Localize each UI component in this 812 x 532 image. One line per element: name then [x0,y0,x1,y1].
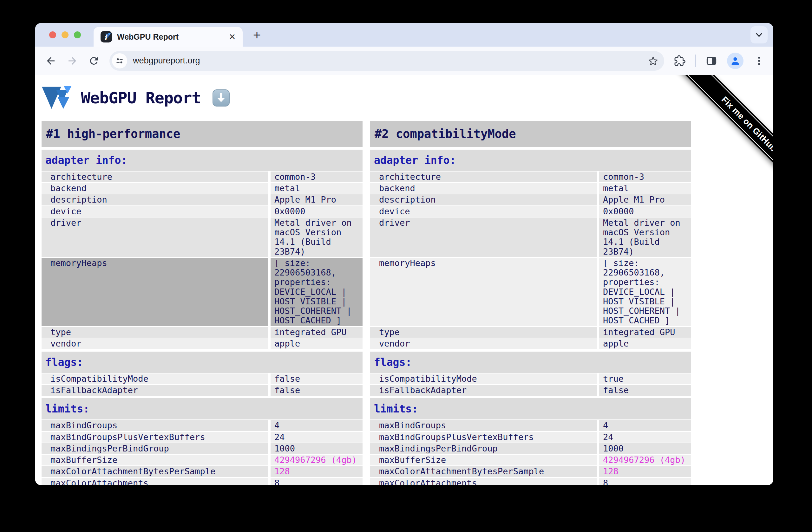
forward-arrow-icon [67,55,78,66]
address-bar[interactable]: webgpureport.org [110,51,664,71]
section-header: limits: [370,398,691,419]
row-key: maxBufferSize [42,455,269,466]
table-row[interactable]: backendmetal [42,183,363,194]
url-text: webgpureport.org [133,56,642,65]
table-row[interactable]: maxBindGroups4 [370,420,691,431]
row-key: maxBindingsPerBindGroup [42,443,269,454]
forward-button[interactable] [66,55,78,67]
row-value: 128 [599,466,691,477]
row-value: Metal driver on macOS Version 14.1 (Buil… [599,218,691,257]
row-key: device [370,206,597,217]
table-row[interactable]: driverMetal driver on macOS Version 14.1… [42,218,363,257]
table-row[interactable]: maxBindGroups4 [42,420,363,431]
kebab-menu-icon [754,56,765,66]
row-key: backend [42,183,269,194]
row-value: 4 [271,420,363,431]
browser-menu-button[interactable] [753,55,765,67]
bookmark-star-icon[interactable] [648,56,658,66]
table-row[interactable]: maxBindingsPerBindGroup1000 [370,443,691,454]
new-tab-button[interactable]: + [250,28,264,43]
reload-icon [88,55,100,66]
table-row[interactable]: architecturecommon-3 [42,172,363,182]
tab-strip: i WebGPU Report ✕ + [35,23,773,47]
table-row[interactable]: driverMetal driver on macOS Version 14.1… [370,218,691,257]
table-row[interactable]: maxBindGroupsPlusVertexBuffers24 [370,432,691,443]
table-row[interactable]: maxColorAttachments8 [42,478,363,485]
row-value: metal [271,183,363,194]
table-row[interactable]: memoryHeaps[ size: 22906503168, properti… [370,258,691,326]
minimize-window-button[interactable] [61,31,69,38]
row-value: 4294967296 (4gb) [599,455,691,466]
row-key: maxBindGroupsPlusVertexBuffers [42,432,269,443]
back-arrow-icon [45,55,56,66]
table-row[interactable]: device0x0000 [370,206,691,217]
side-panel-icon [706,55,717,66]
row-key: backend [370,183,597,194]
side-panel-button[interactable] [706,55,717,67]
row-key: isFallbackAdapter [370,385,597,396]
row-key: description [42,194,269,205]
table-row[interactable]: isCompatibilityModefalse [42,373,363,384]
table-row[interactable]: descriptionApple M1 Pro [42,194,363,205]
row-key: maxColorAttachments [42,478,269,485]
row-key: type [370,327,597,338]
row-key: description [370,194,597,205]
row-key: vendor [370,338,597,349]
browser-window: i WebGPU Report ✕ + [35,23,773,485]
table-row[interactable]: maxColorAttachmentBytesPerSample128 [42,466,363,477]
row-key: maxBufferSize [370,455,597,466]
row-value: apple [271,338,363,349]
row-value: false [271,373,363,384]
adapter-column-1: #1 high-performanceadapter info:architec… [42,121,363,485]
table-row[interactable]: maxBindingsPerBindGroup1000 [42,443,363,454]
tab-close-icon[interactable]: ✕ [229,33,236,41]
profile-avatar[interactable] [727,53,743,69]
tab-search-button[interactable] [751,26,768,43]
row-value: Apple M1 Pro [599,194,691,205]
table-row[interactable]: typeintegrated GPU [42,327,363,338]
row-value: true [599,373,691,384]
maximize-window-button[interactable] [74,31,81,38]
table-row[interactable]: device0x0000 [42,206,363,217]
extensions-button[interactable] [674,55,686,67]
table-row[interactable]: maxColorAttachments8 [370,478,691,485]
row-key: maxColorAttachmentBytesPerSample [370,466,597,477]
site-settings-button[interactable] [112,53,127,69]
row-key: maxBindGroups [370,420,597,431]
close-window-button[interactable] [49,31,56,38]
browser-tab[interactable]: i WebGPU Report ✕ [93,27,243,47]
download-report-button[interactable] [212,89,230,107]
table-row[interactable]: descriptionApple M1 Pro [370,194,691,205]
table-row[interactable]: isCompatibilityModetrue [370,373,691,384]
table-row[interactable]: vendorapple [42,338,363,349]
row-value: 24 [271,432,363,443]
back-button[interactable] [45,55,57,67]
row-key: type [42,327,269,338]
table-row[interactable]: maxBindGroupsPlusVertexBuffers24 [42,432,363,443]
row-value: [ size: 22906503168, properties: DEVICE_… [271,258,363,326]
table-row[interactable]: maxColorAttachmentBytesPerSample128 [370,466,691,477]
row-key: vendor [42,338,269,349]
table-row[interactable]: typeintegrated GPU [370,327,691,338]
table-row[interactable]: vendorapple [370,338,691,349]
webgpu-logo [42,85,73,111]
table-row[interactable]: backendmetal [370,183,691,194]
toolbar-divider [695,55,696,67]
table-row[interactable]: maxBufferSize4294967296 (4gb) [42,455,363,466]
row-value: 4294967296 (4gb) [271,455,363,466]
puzzle-icon [674,55,685,66]
row-value: metal [599,183,691,194]
table-row[interactable]: memoryHeaps[ size: 22906503168, properti… [42,258,363,326]
chevron-down-icon [754,30,764,40]
table-row[interactable]: isFallbackAdapterfalse [370,385,691,396]
window-controls [49,31,81,38]
table-row[interactable]: architecturecommon-3 [370,172,691,182]
row-value: common-3 [599,172,691,182]
table-row[interactable]: isFallbackAdapterfalse [42,385,363,396]
row-value: 0x0000 [599,206,691,217]
row-key: maxColorAttachments [370,478,597,485]
reload-button[interactable] [88,55,100,67]
row-value: integrated GPU [271,327,363,338]
table-row[interactable]: maxBufferSize4294967296 (4gb) [370,455,691,466]
person-icon [730,56,741,66]
